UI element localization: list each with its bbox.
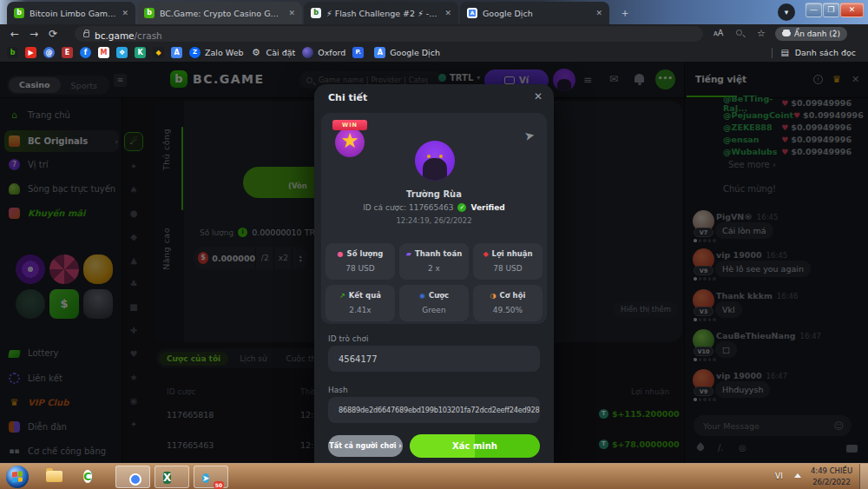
clock-date: 26/2/2022 [806, 477, 858, 488]
verify-button[interactable]: Xác minh [410, 434, 540, 458]
bet-result-card: ★ WIN ➤ Trường Rùa ID cá cược: 117665463… [321, 113, 547, 324]
forward-icon[interactable]: → [30, 28, 38, 40]
windows-flag-icon [12, 471, 23, 482]
bet-id: ID cá cược: 117665463 [363, 203, 453, 212]
bookmark-bcgame-icon[interactable]: b [7, 47, 18, 58]
screen: b Bitcoin Limbo Game - Play Limbo ✕ b BC… [0, 0, 868, 489]
reload-icon[interactable]: ⟳ [49, 28, 57, 40]
bookmark-p-icon[interactable]: P. [352, 47, 364, 58]
url-host: bc.game [95, 30, 135, 41]
tab-flash-challenge[interactable]: b ⚡ Flash Challenge #2 ⚡ - Flash Ch ✕ [304, 2, 458, 24]
show-desktop-button[interactable] [859, 464, 868, 489]
bookmark-translate-icon[interactable]: A [171, 47, 182, 58]
tab-close-icon[interactable]: ✕ [444, 9, 451, 17]
address-bar: ← → ⟳ bc.game/crash 🗚 ☆ Ẩn danh (2) ⋮ [0, 24, 868, 43]
flash-favicon: b [311, 8, 321, 18]
bcgame-favicon: b [144, 8, 155, 18]
tab-search-chevron-icon[interactable]: ▾ [778, 3, 795, 21]
verified-label: Verified [470, 203, 504, 212]
back-icon[interactable]: ← [10, 28, 19, 40]
bcgame-site: b BC.GAME ≡ TRTL ▾ Ví ≡ ✉ ••• [0, 63, 868, 463]
start-button[interactable] [6, 466, 29, 488]
bet-details-modal: Chi tiết ✕ ★ WIN ➤ Trường Rùa ID cá cược… [314, 84, 554, 463]
bet-timestamp: 12:24:19, 26/2/2022 [321, 216, 547, 225]
bookmarks-separator [772, 48, 773, 58]
reading-list-label[interactable]: Danh sách đọc [795, 48, 856, 57]
all-players-button[interactable]: Tất cả người chơi › [328, 435, 403, 457]
url-field[interactable]: bc.game/crash [75, 26, 703, 42]
explorer-taskbar-icon[interactable] [45, 467, 63, 486]
tab-close-icon[interactable]: ✕ [288, 9, 295, 17]
browser-chrome: b Bitcoin Limbo Game - Play Limbo ✕ b BC… [0, 0, 868, 63]
window-minimize-button[interactable]: — [806, 3, 822, 17]
share-icon[interactable]: ➤ [523, 128, 536, 143]
bookmark-book-icon[interactable]: E [62, 47, 73, 58]
win-badge: ★ WIN [332, 120, 368, 158]
stat-chance: ◑Cơ hội 49.50% [473, 285, 542, 321]
bookmark-zalo-label[interactable]: Zalo Web [205, 48, 244, 57]
modal-close-icon[interactable]: ✕ [534, 90, 542, 102]
verified-check-icon: ✓ [457, 203, 466, 212]
tab-bcgame[interactable]: b BC.Game: Crypto Casino Games ✕ [137, 2, 302, 24]
game-id-label: ID trò chơi [328, 334, 369, 343]
window-close-button[interactable]: ✕ [840, 3, 864, 17]
tab-google-translate[interactable]: A Google Dịch ✕ [460, 2, 609, 24]
player-avatar[interactable] [415, 141, 455, 181]
win-star-icon: ★ [332, 129, 368, 153]
zoom-lens-icon[interactable] [736, 28, 742, 37]
hash-field[interactable]: 86889de2d6647689ebd199b103201fa72dcd2eef… [328, 397, 540, 423]
tab-close-icon[interactable]: ✕ [122, 9, 128, 17]
bookmark-settings-label[interactable]: Cài đặt [266, 48, 296, 57]
window-maximize-button[interactable]: ❐ [823, 3, 839, 17]
modal-title: Chi tiết [328, 92, 367, 103]
bookmarks-bar: b ▶ @ E f M ❖ K ◆ A Z Zalo Web ⚙ Cài đặt… [0, 43, 868, 63]
tray-clock[interactable]: 4:49 CHIỀU 26/2/2022 [806, 466, 858, 488]
card-icon: ▰ [406, 250, 411, 258]
bookmark-translate-label[interactable]: Google Dịch [390, 48, 440, 57]
tab-close-icon[interactable]: ✕ [595, 9, 602, 17]
bookmark-gmail-icon[interactable]: M [98, 47, 109, 58]
translate-favicon: A [467, 8, 477, 18]
bcgame-favicon: b [14, 8, 24, 18]
bet-id-row: ID cá cược: 117665463 ✓ Verified [321, 203, 547, 212]
tab-title: Google Dịch [483, 9, 590, 18]
menu-dots-icon[interactable]: ⋮ [830, 28, 839, 39]
stat-bet: ◉Cược Green [399, 285, 469, 321]
coccoc-taskbar-icon[interactable]: C [83, 467, 102, 486]
pie-icon: ◑ [490, 292, 496, 300]
tray-hidden-icons[interactable] [794, 473, 801, 478]
bookmark-gtranslate-icon[interactable]: A [374, 47, 385, 58]
tray-language[interactable]: VI [775, 472, 783, 480]
url-path: /crash [135, 30, 162, 41]
bookmark-oxford-icon[interactable] [302, 47, 313, 58]
telegram-taskbar-button[interactable]: ➤50 [194, 466, 228, 488]
lock-icon [83, 32, 89, 37]
bookmark-oxford-label[interactable]: Oxford [318, 48, 345, 57]
player-name: Trường Rùa [321, 189, 547, 199]
tab-limbo[interactable]: b Bitcoin Limbo Game - Play Limbo ✕ [7, 2, 135, 24]
bookmark-facebook-icon[interactable]: f [80, 47, 91, 58]
hash-label: Hash [328, 386, 348, 394]
tab-strip: b Bitcoin Limbo Game - Play Limbo ✕ b BC… [0, 0, 868, 24]
bookmark-binance-icon[interactable]: ◆ [153, 47, 164, 58]
bookmark-share-icon[interactable]: ❖ [116, 47, 128, 58]
clock-time: 4:49 CHIỀU [806, 466, 858, 477]
bookmark-zalo-icon[interactable]: Z [189, 47, 201, 58]
bookmark-youtube-icon[interactable]: ▶ [25, 47, 36, 58]
reading-list-icon[interactable]: ▤ [779, 47, 791, 58]
bookmark-at-icon[interactable]: @ [43, 47, 55, 58]
game-id-field[interactable]: 4564177 [328, 346, 540, 372]
new-tab-button[interactable]: ＋ [616, 4, 634, 22]
chart-icon: ↗ [339, 292, 345, 300]
chrome-taskbar-button[interactable] [115, 466, 150, 488]
bookmark-star-icon[interactable]: ☆ [757, 28, 766, 39]
bookmark-settings-icon[interactable]: ⚙ [251, 47, 262, 58]
excel-taskbar-button[interactable]: X [155, 466, 189, 488]
stat-profit: ◆Lợi nhuận 78 USD [473, 243, 542, 280]
translate-page-icon[interactable]: 🗚 [713, 28, 723, 38]
bookmark-k-icon[interactable]: K [135, 47, 146, 58]
stat-amount: ●Số lượng 78 USD [326, 243, 395, 280]
stat-payout: ▰Thanh toán 2 x [399, 243, 469, 280]
stat-result: ↗Kết quả 2.41x [326, 285, 395, 321]
coins-icon: ● [338, 250, 344, 258]
